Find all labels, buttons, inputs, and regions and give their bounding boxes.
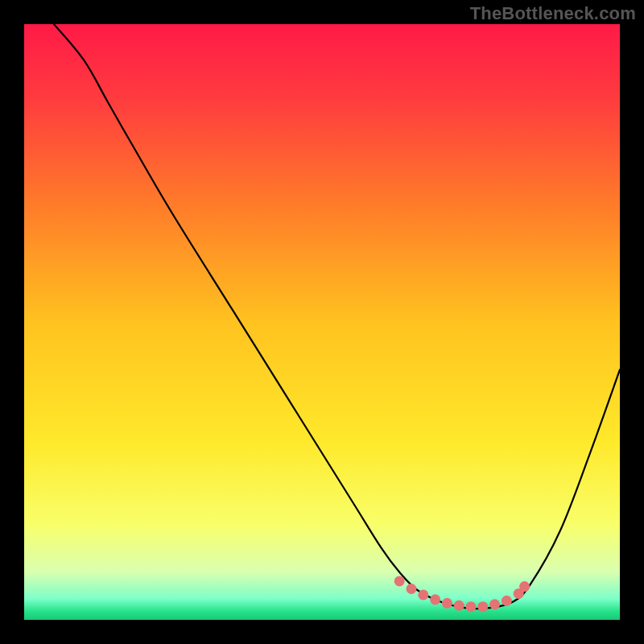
- sweet-spot-marker: [394, 576, 405, 586]
- sweet-spot-marker: [442, 598, 452, 609]
- sweet-spot-marker: [502, 596, 512, 606]
- watermark-text: TheBottleneck.com: [470, 3, 636, 24]
- sweet-spot-marker: [489, 599, 500, 609]
- sweet-spot-marker: [466, 601, 477, 612]
- plot-area: [24, 24, 620, 620]
- sweet-spot-marker: [407, 584, 417, 594]
- sweet-spot-marker: [418, 589, 428, 600]
- chart-svg: [24, 24, 620, 620]
- sweet-spot-marker: [477, 601, 488, 612]
- sweet-spot-marker: [430, 594, 440, 605]
- sweet-spot-marker: [454, 601, 464, 611]
- chart-frame: TheBottleneck.com: [0, 0, 644, 644]
- sweet-spot-marker: [519, 581, 530, 592]
